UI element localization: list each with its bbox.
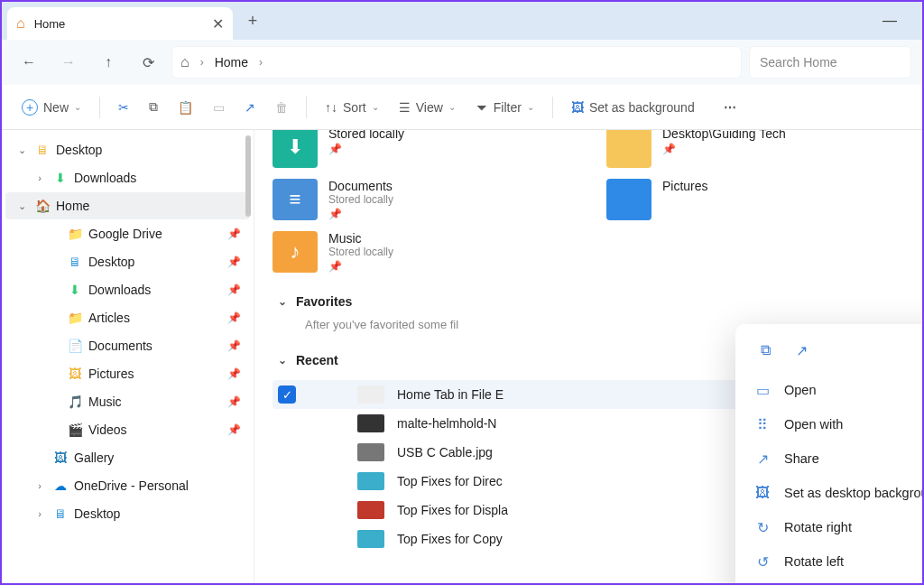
menu-item-rotate-right[interactable]: ↻Rotate right <box>743 510 922 544</box>
sidebar-item-music[interactable]: 🎵Music📌 <box>5 388 250 415</box>
pin-icon: 📌 <box>227 367 241 380</box>
search-input[interactable]: Search Home <box>749 46 911 79</box>
expand-icon[interactable]: › <box>32 480 47 491</box>
new-tab-button[interactable]: + <box>238 6 267 35</box>
back-button[interactable]: ← <box>13 46 45 79</box>
sidebar-item-gallery[interactable]: 🖼Gallery <box>5 444 250 471</box>
breadcrumb[interactable]: Home <box>215 55 248 70</box>
rename-button[interactable]: ▭ <box>206 95 232 120</box>
expand-icon[interactable]: ⌄ <box>14 144 29 156</box>
checkbox[interactable] <box>278 472 296 490</box>
menu-icon: 🖼 <box>753 484 772 502</box>
more-button[interactable]: ⋯ <box>716 95 744 120</box>
sort-button[interactable]: ↑↓ Sort ⌄ <box>318 95 386 120</box>
sidebar-item-home[interactable]: ⌄🏠Home <box>5 192 250 219</box>
folder-desktop-guiding-tech[interactable]: Desktop\Guiding Tech📌 <box>606 130 859 168</box>
menu-item-label: Share <box>784 451 819 466</box>
tab-home[interactable]: ⌂ Home ✕ <box>7 7 233 40</box>
menu-icon: ▭ <box>753 381 772 399</box>
expand-icon[interactable]: › <box>32 172 47 183</box>
pin-icon: 📌 <box>227 283 241 296</box>
folder-icon <box>606 130 651 168</box>
paste-button[interactable]: 📋 <box>171 95 200 120</box>
titlebar: ⌂ Home ✕ + — <box>2 2 922 40</box>
sort-label: Sort <box>343 100 366 115</box>
sidebar-item-articles[interactable]: 📁Articles📌 <box>5 304 250 331</box>
view-button[interactable]: ☰ View ⌄ <box>392 95 463 120</box>
expand-icon[interactable]: › <box>32 508 47 519</box>
sidebar-item-label: Downloads <box>88 283 151 297</box>
filter-button[interactable]: ⏷ Filter ⌄ <box>468 95 541 120</box>
favorites-section[interactable]: ⌄ Favorites <box>278 289 904 314</box>
folder-name: Documents <box>328 179 393 193</box>
folder-icon: 🖥 <box>67 254 83 270</box>
sidebar-item-label: Desktop <box>56 143 102 157</box>
file-name: Top Fixes for Displa <box>397 503 508 517</box>
sidebar-item-onedrive-personal[interactable]: ›☁OneDrive - Personal <box>5 472 250 499</box>
folder-music[interactable]: ♪MusicStored locally📌 <box>273 231 525 273</box>
copy-icon[interactable]: ⧉ <box>752 337 779 364</box>
sidebar-item-desktop[interactable]: ›🖥Desktop <box>5 500 250 527</box>
checkbox[interactable]: ✓ <box>278 385 296 404</box>
sidebar-item-videos[interactable]: 🎬Videos📌 <box>5 416 250 443</box>
sidebar-item-label: Videos <box>88 422 127 437</box>
up-button[interactable]: ↑ <box>92 46 125 79</box>
pin-icon: 📌 <box>328 260 393 273</box>
cut-button[interactable]: ✂ <box>111 95 136 120</box>
sidebar-item-downloads[interactable]: ⬇Downloads📌 <box>5 276 250 303</box>
sidebar-item-downloads[interactable]: ›⬇Downloads <box>5 164 250 191</box>
refresh-button[interactable]: ⟳ <box>132 46 164 79</box>
sidebar-item-pictures[interactable]: 🖼Pictures📌 <box>5 360 250 387</box>
set-background-button[interactable]: 🖼 Set as background <box>564 95 702 120</box>
set-bg-label: Set as background <box>589 100 695 115</box>
pin-icon: 📌 <box>227 255 241 268</box>
sidebar-item-label: Articles <box>88 311 130 325</box>
menu-icon: ⠿ <box>753 415 772 433</box>
folder-icon: ⬇ <box>67 282 83 298</box>
folder-pictures[interactable]: Pictures <box>606 179 859 220</box>
checkbox[interactable] <box>278 443 296 461</box>
menu-item-set-as-desktop-background[interactable]: 🖼Set as desktop background <box>743 476 922 510</box>
search-placeholder: Search Home <box>760 55 837 70</box>
pin-icon: 📌 <box>227 339 241 352</box>
menu-item-open-file-location[interactable]: 📂Open file location <box>743 579 922 583</box>
folder-documents[interactable]: ≡DocumentsStored locally📌 <box>273 179 525 220</box>
sidebar-item-google-drive[interactable]: 📁Google Drive📌 <box>5 220 250 247</box>
sidebar-item-label: OneDrive - Personal <box>74 478 189 493</box>
menu-icon: ↗ <box>753 450 772 468</box>
expand-icon[interactable]: ⌄ <box>14 200 29 212</box>
share-button[interactable]: ↗ <box>237 95 263 120</box>
menu-item-open[interactable]: ▭OpenEnter <box>743 373 922 407</box>
checkbox[interactable] <box>278 530 296 548</box>
sidebar: ⌄🖥Desktop›⬇Downloads⌄🏠Home📁Google Drive📌… <box>2 130 254 583</box>
close-tab-icon[interactable]: ✕ <box>212 15 224 32</box>
address-bar[interactable]: ⌂ › Home › <box>171 46 742 79</box>
sidebar-item-documents[interactable]: 📄Documents📌 <box>5 332 250 359</box>
folder-icon: 🖼 <box>67 366 83 382</box>
tab-title: Home <box>34 17 203 31</box>
sidebar-item-desktop[interactable]: 🖥Desktop📌 <box>5 248 250 275</box>
checkbox[interactable] <box>278 501 296 519</box>
new-button[interactable]: + New ⌄ <box>14 94 88 121</box>
sidebar-item-desktop[interactable]: ⌄🖥Desktop <box>5 136 250 163</box>
sidebar-item-label: Documents <box>88 339 152 353</box>
delete-button[interactable]: 🗑 <box>268 95 295 120</box>
pin-icon: 📌 <box>227 311 241 324</box>
menu-item-rotate-left[interactable]: ↺Rotate left <box>743 544 922 579</box>
minimize-button[interactable]: — <box>872 7 908 34</box>
forward-button[interactable]: → <box>52 46 85 79</box>
menu-item-share[interactable]: ↗Share <box>743 441 922 476</box>
folder-icon: 🎵 <box>67 394 83 410</box>
folder-stored-locally[interactable]: ⬇Stored locally📌 <box>273 130 525 168</box>
folder-icon: ≡ <box>273 179 318 220</box>
menu-icon: ↻ <box>753 518 772 536</box>
scrollbar-thumb[interactable] <box>245 135 251 217</box>
chevron-down-icon: ⌄ <box>448 102 456 112</box>
content-pane: ⬇Stored locally📌≡DocumentsStored locally… <box>254 130 922 583</box>
menu-item-open-with[interactable]: ⠿Open with› <box>743 407 922 441</box>
share-icon[interactable]: ↗ <box>788 337 815 364</box>
chevron-icon: › <box>259 56 263 69</box>
copy-button[interactable]: ⧉ <box>142 94 165 120</box>
checkbox[interactable] <box>278 414 296 432</box>
chevron-down-icon: ⌄ <box>372 102 379 112</box>
